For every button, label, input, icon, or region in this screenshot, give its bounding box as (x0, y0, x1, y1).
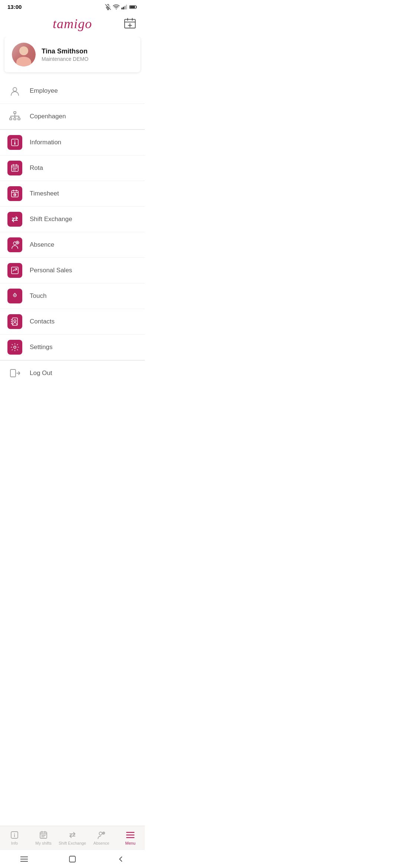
svg-rect-4 (121, 7, 123, 9)
org-icon (7, 109, 22, 124)
status-icons (105, 4, 137, 10)
menu-label-personal-sales: Personal Sales (30, 267, 72, 274)
settings-icon (7, 340, 22, 355)
avatar (12, 43, 36, 66)
svg-line-41 (15, 195, 16, 195)
menu-label-touch: Touch (30, 292, 46, 300)
menu-item-timesheet[interactable]: Timesheet (0, 181, 145, 207)
absence-icon (7, 237, 22, 252)
add-calendar-icon[interactable] (123, 16, 137, 31)
menu-label-copenhagen: Copenhagen (30, 113, 66, 120)
battery-icon (129, 5, 137, 9)
signal-icon (121, 4, 127, 10)
svg-rect-5 (123, 7, 124, 9)
menu-label-rota: Rota (30, 164, 43, 172)
header: tamigo (0, 12, 145, 37)
app-logo: tamigo (53, 16, 92, 32)
svg-rect-6 (124, 6, 125, 9)
wifi-icon (113, 4, 120, 10)
menu-item-contacts[interactable]: Contacts (0, 309, 145, 335)
logout-icon (7, 366, 22, 381)
menu-item-shift-exchange[interactable]: Shift Exchange (0, 207, 145, 232)
menu-label-absence: Absence (30, 241, 54, 249)
menu-item-employee[interactable]: Employee (0, 78, 145, 104)
menu-label-settings: Settings (30, 343, 52, 351)
svg-rect-28 (14, 142, 16, 145)
menu-list: Employee Copenhagen (0, 78, 145, 386)
menu-label-employee: Employee (30, 87, 58, 95)
menu-item-copenhagen[interactable]: Copenhagen (0, 104, 145, 129)
timesheet-icon (7, 186, 22, 201)
svg-rect-7 (126, 4, 127, 9)
menu-label-shift-exchange: Shift Exchange (30, 216, 72, 223)
svg-point-16 (13, 88, 17, 91)
menu-item-absence[interactable]: Absence (0, 232, 145, 258)
status-bar: 13:00 (0, 0, 145, 12)
touch-icon (7, 289, 22, 303)
svg-point-27 (14, 141, 16, 142)
svg-point-3 (116, 9, 117, 9)
menu-item-logout[interactable]: Log Out (0, 361, 145, 386)
menu-item-rota[interactable]: Rota (0, 155, 145, 181)
menu-item-touch[interactable]: Touch (0, 283, 145, 309)
svg-point-59 (14, 346, 16, 348)
profile-role: Maintenance DEMO (42, 56, 88, 62)
svg-rect-60 (10, 369, 16, 377)
menu-item-personal-sales[interactable]: Personal Sales (0, 258, 145, 283)
profile-name: Tina Smithson (42, 47, 88, 55)
svg-point-53 (14, 295, 16, 296)
contacts-icon (7, 314, 22, 329)
svg-rect-9 (130, 6, 135, 8)
status-time: 13:00 (7, 4, 22, 10)
info-icon (7, 135, 22, 150)
mute-icon (105, 4, 111, 10)
rota-icon (7, 161, 22, 175)
menu-item-settings[interactable]: Settings (0, 335, 145, 360)
svg-point-58 (14, 320, 16, 322)
exchange-icon (7, 212, 22, 227)
sales-icon (7, 263, 22, 278)
menu-item-information[interactable]: Information (0, 130, 145, 155)
profile-info: Tina Smithson Maintenance DEMO (42, 47, 88, 62)
menu-label-timesheet: Timesheet (30, 190, 59, 197)
menu-label-logout: Log Out (30, 369, 52, 377)
menu-label-contacts: Contacts (30, 318, 55, 325)
profile-card: Tina Smithson Maintenance DEMO (4, 37, 140, 72)
person-icon (7, 83, 22, 98)
menu-label-information: Information (30, 139, 61, 146)
